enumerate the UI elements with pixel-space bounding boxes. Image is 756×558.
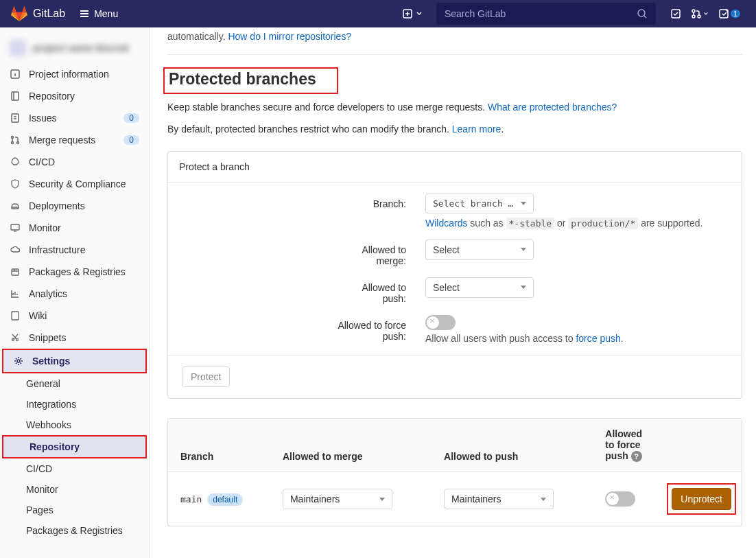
sidebar-item-repository[interactable]: Repository	[0, 85, 149, 107]
plus-icon	[402, 8, 413, 19]
mirror-link[interactable]: How do I mirror repositories?	[228, 31, 351, 42]
force-push-label: Allowed to force push:	[338, 320, 406, 342]
force-push-row: Allowed to force push: ✕ Allow all users…	[168, 315, 728, 344]
cell-branch: main default	[168, 472, 274, 526]
learn-more-link[interactable]: Learn more	[452, 124, 501, 135]
force-push-link[interactable]: force push	[576, 333, 620, 344]
chevron-down-icon	[703, 11, 709, 16]
sidebar-item-wiki[interactable]: Wiki	[0, 305, 149, 327]
deploy-icon	[10, 200, 21, 211]
svg-point-3	[692, 10, 695, 12]
sidebar-item-packages[interactable]: Packages & Registries	[0, 261, 149, 283]
merge-row: Allowed to merge: Select	[168, 240, 728, 266]
top-header: GitLab Menu 1	[0, 0, 756, 27]
svg-rect-13	[11, 224, 19, 230]
gear-icon	[13, 356, 24, 367]
merge-icon	[10, 135, 21, 146]
project-avatar	[10, 40, 26, 56]
force-push-toggle[interactable]: ✕	[425, 315, 456, 330]
svg-rect-14	[12, 269, 19, 275]
merge-select[interactable]: Select	[425, 240, 534, 260]
main-content: automatically. How do I mirror repositor…	[150, 27, 756, 558]
scissors-icon	[10, 332, 21, 343]
svg-point-18	[17, 360, 20, 362]
sidebar-item-infrastructure[interactable]: Infrastructure	[0, 239, 149, 261]
settings-integrations[interactable]: Integrations	[0, 394, 149, 415]
branch-name: main	[180, 494, 202, 504]
sidebar-item-snippets[interactable]: Snippets	[0, 327, 149, 349]
merge-requests-shortcut[interactable]	[686, 8, 713, 19]
svg-rect-8	[12, 92, 19, 100]
section-title: Protected branches	[169, 70, 316, 89]
protect-button[interactable]: Protect	[182, 367, 230, 387]
wildcards-hint: Wildcards such as *-stable or production…	[425, 218, 728, 229]
push-row: Allowed to push: Select	[168, 277, 728, 304]
issues-shortcut[interactable]	[665, 8, 686, 19]
sidebar-item-merge-requests[interactable]: Merge requests0	[0, 129, 149, 151]
todo-badge: 1	[731, 10, 740, 18]
sidebar-item-issues[interactable]: Issues0	[0, 107, 149, 129]
th-merge: Allowed to merge	[274, 419, 436, 472]
sidebar-item-analytics[interactable]: Analytics	[0, 283, 149, 305]
what-are-protected-link[interactable]: What are protected branches?	[488, 102, 617, 113]
sidebar-item-deployments[interactable]: Deployments	[0, 195, 149, 217]
unprotect-button[interactable]: Unprotect	[672, 488, 731, 510]
wildcards-link[interactable]: Wildcards	[425, 218, 467, 229]
info-icon	[10, 69, 21, 80]
settings-cicd[interactable]: CI/CD	[0, 458, 149, 479]
chevron-down-icon	[521, 286, 526, 289]
branch-label: Branch:	[373, 198, 406, 209]
th-force: Allowed to force push ?	[597, 419, 659, 472]
search-input[interactable]	[445, 8, 637, 19]
protected-branches-table: Branch Allowed to merge Allowed to push …	[167, 418, 742, 526]
hamburger-icon	[79, 8, 90, 19]
sidebar-item-cicd[interactable]: CI/CD	[0, 151, 149, 173]
settings-webhooks[interactable]: Webhooks	[0, 415, 149, 435]
truncated-previous-section: automatically. How do I mirror repositor…	[167, 27, 742, 55]
chevron-down-icon	[416, 10, 423, 17]
svg-rect-15	[12, 312, 19, 320]
brand-name: GitLab	[33, 8, 65, 20]
project-header[interactable]: project name blurred	[0, 33, 149, 63]
panel-body: Branch: Select branch or create wildcard…	[168, 183, 742, 356]
search-box[interactable]	[436, 3, 656, 25]
settings-repository[interactable]: Repository	[3, 437, 145, 457]
row-push-select[interactable]: Maintainers	[444, 489, 554, 509]
merge-label: Allowed to merge:	[338, 244, 406, 266]
sidebar-item-monitor[interactable]: Monitor	[0, 217, 149, 239]
search-icon	[637, 8, 648, 19]
panel-footer: Protect	[168, 356, 742, 398]
package-icon	[10, 266, 21, 277]
settings-packages[interactable]: Packages & Registries	[0, 520, 149, 541]
row-force-push-toggle[interactable]: ✕	[605, 491, 635, 507]
sidebar-item-security[interactable]: Security & Compliance	[0, 173, 149, 195]
chevron-down-icon	[379, 498, 385, 501]
protect-branch-panel: Protect a branch Branch: Select branch o…	[167, 151, 742, 399]
repository-highlight: Repository	[2, 435, 147, 458]
row-merge-select[interactable]: Maintainers	[283, 489, 392, 509]
help-icon[interactable]: ?	[631, 451, 642, 462]
new-dropdown[interactable]	[398, 5, 427, 22]
settings-monitor[interactable]: Monitor	[0, 479, 149, 500]
chevron-down-icon	[541, 498, 546, 501]
cloud-icon	[10, 244, 21, 255]
menu-button[interactable]: Menu	[79, 8, 118, 19]
monitor-icon	[10, 222, 21, 233]
close-icon: ✕	[609, 493, 615, 501]
todos-shortcut[interactable]: 1	[713, 8, 745, 19]
th-branch: Branch	[168, 419, 274, 472]
settings-pages[interactable]: Pages	[0, 500, 149, 520]
sidebar-item-settings[interactable]: Settings	[3, 350, 145, 372]
branch-select[interactable]: Select branch or create wildcard	[425, 194, 534, 213]
book-icon	[10, 310, 21, 321]
issues-icon	[10, 113, 21, 124]
svg-point-12	[17, 142, 19, 144]
push-select[interactable]: Select	[425, 277, 534, 298]
code-stable: *-stable	[506, 218, 555, 229]
settings-general[interactable]: General	[0, 373, 149, 394]
svg-point-5	[698, 15, 700, 18]
gitlab-logo-icon	[11, 5, 27, 22]
sidebar-item-project-info[interactable]: Project information	[0, 63, 149, 85]
svg-point-1	[638, 10, 645, 16]
description-1: Keep stable branches secure and force de…	[167, 100, 742, 115]
